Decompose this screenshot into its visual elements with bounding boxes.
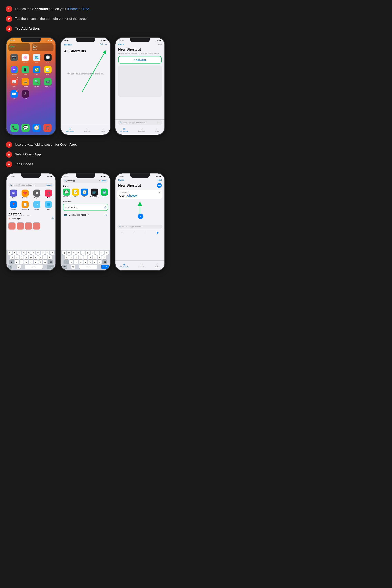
app-appletv[interactable]: 📺 Apple TV Re... — [90, 188, 99, 198]
cancel-search-5[interactable]: Cancel — [101, 180, 106, 182]
cancel-btn-6[interactable]: Cancel — [118, 179, 124, 181]
category-favourites[interactable]: ❤️ Favourites — [20, 190, 30, 198]
tab-gallery[interactable]: ⬡ Gallery — [101, 127, 105, 132]
key-n[interactable]: N — [38, 260, 42, 264]
key-k2[interactable]: k — [98, 256, 102, 259]
tab-gallery-3[interactable]: ⬡ Gallery — [155, 127, 160, 132]
key-t[interactable]: T — [27, 251, 30, 254]
category-location[interactable]: 📍 Location — [8, 201, 18, 210]
action-open-app-appletv[interactable]: 📺 Open App on Apple TV ⓘ — [63, 212, 108, 218]
tab-automation-3[interactable]: ⚙ Automation — [138, 127, 145, 132]
key-z[interactable]: Z — [15, 260, 19, 264]
suggestion-show-topic[interactable]: N Show Topic ⓘ — [8, 216, 54, 221]
key-k[interactable]: K — [43, 256, 47, 259]
key-i2[interactable]: i — [95, 251, 99, 254]
key-u[interactable]: U — [36, 251, 40, 254]
key-e[interactable]: E — [17, 251, 21, 254]
key-e2[interactable]: e — [72, 251, 76, 254]
key-s2[interactable]: s — [70, 256, 73, 259]
key-o2[interactable]: o — [100, 251, 104, 254]
cancel-btn-3[interactable]: Cancel — [118, 43, 124, 46]
key-i[interactable]: I — [41, 251, 45, 254]
key-space2[interactable]: space — [80, 265, 97, 269]
category-media[interactable]: 🎵 Media — [44, 190, 54, 198]
plus-circle-btn[interactable]: + — [138, 214, 143, 219]
key-m[interactable]: M — [43, 260, 47, 264]
key-n2[interactable]: n — [93, 260, 97, 264]
search-input-5[interactable] — [68, 180, 98, 182]
tab-automation-6[interactable]: ⚙ Automation — [138, 263, 145, 268]
key-r2[interactable]: r — [76, 251, 80, 254]
key-p[interactable]: P — [50, 251, 54, 254]
key-f2[interactable]: f — [79, 256, 83, 259]
next-btn-3[interactable]: Next — [158, 43, 162, 46]
key-shift2[interactable]: ⬆ — [64, 260, 68, 264]
key-u2[interactable]: u — [90, 251, 94, 254]
key-v2[interactable]: v — [84, 260, 88, 264]
key-search2[interactable]: search — [101, 265, 109, 269]
key-c[interactable]: C — [24, 260, 28, 264]
key-t2[interactable]: t — [81, 251, 85, 254]
key-b2[interactable]: b — [88, 260, 92, 264]
key-s[interactable]: S — [15, 256, 19, 259]
options-btn-6[interactable]: ••• — [157, 183, 162, 188]
key-j[interactable]: J — [38, 256, 42, 259]
category-sharing[interactable]: ↗ Sharing — [32, 201, 42, 210]
key-shift[interactable]: ⬆ — [9, 260, 14, 264]
key-y[interactable]: Y — [31, 251, 35, 254]
edit-button[interactable]: Edit — [100, 43, 104, 46]
key-b[interactable]: B — [34, 260, 38, 264]
add-action-button[interactable]: ● Add Action — [118, 56, 162, 64]
plus-button[interactable]: + — [105, 43, 107, 46]
key-123-2[interactable]: 123 — [62, 265, 67, 269]
close-x-icon[interactable]: ✕ — [158, 191, 160, 194]
key-m2[interactable]: m — [98, 260, 102, 264]
key-d2[interactable]: d — [74, 256, 78, 259]
key-p2[interactable]: p — [105, 251, 108, 254]
tab-automation[interactable]: ⚙ Automation — [84, 127, 91, 132]
key-delete[interactable]: ⌫ — [48, 260, 53, 264]
tab-my-shortcuts-6[interactable]: ⊞ My Shortcuts — [120, 263, 128, 268]
key-v[interactable]: V — [29, 260, 33, 264]
cancel-search-4[interactable]: Cancel — [46, 184, 52, 186]
app-maps-result[interactable]: 🗺️ Ma... — [101, 188, 108, 198]
key-w[interactable]: W — [12, 251, 16, 254]
key-a2[interactable]: a — [65, 256, 68, 259]
key-space[interactable]: space — [25, 265, 42, 269]
key-w2[interactable]: w — [67, 251, 71, 254]
key-o[interactable]: O — [46, 251, 50, 254]
key-c2[interactable]: c — [79, 260, 83, 264]
app-notes-result[interactable]: 📝 Notes — [72, 188, 79, 198]
key-j2[interactable]: j — [93, 256, 97, 259]
key-l2[interactable]: l — [102, 256, 106, 259]
app-whatsapp[interactable]: 💬 WhatsApp — [63, 188, 70, 198]
key-q2[interactable]: q — [62, 251, 66, 254]
key-z2[interactable]: z — [70, 260, 73, 264]
key-h2[interactable]: h — [88, 256, 92, 259]
key-g2[interactable]: g — [84, 256, 88, 259]
category-scripting[interactable]: ✖ Scripting — [32, 190, 42, 198]
key-delete2[interactable]: ⌫ — [102, 260, 108, 264]
key-f[interactable]: F — [24, 256, 28, 259]
action-open-app[interactable]: ⊞ Open App ⓘ — [63, 204, 108, 211]
key-search[interactable]: search — [47, 265, 54, 269]
key-123[interactable]: 123 — [8, 265, 12, 269]
next-btn-6[interactable]: Next — [158, 179, 162, 181]
search-bar-5[interactable]: 🔍 ✕ Cancel — [63, 178, 108, 183]
choose-label[interactable]: Choose — [127, 194, 136, 197]
key-h[interactable]: H — [34, 256, 38, 259]
key-x[interactable]: X — [20, 260, 24, 264]
search-bar-4[interactable]: 🔍 Cancel — [8, 183, 54, 187]
key-emoji2[interactable]: ☺ — [71, 265, 75, 269]
back-button[interactable]: Shortcuts — [64, 44, 72, 46]
tab-gallery-6[interactable]: ⬡ Gallery — [155, 263, 160, 268]
key-y2[interactable]: y — [86, 251, 90, 254]
tab-my-shortcuts-3[interactable]: ⊞ My Shortcuts — [120, 127, 128, 132]
key-q[interactable]: Q — [8, 251, 12, 254]
key-d[interactable]: D — [20, 256, 24, 259]
bottom-search-6[interactable]: 🔍 Search for apps and actions — [118, 224, 162, 228]
app-safari[interactable]: 🧭 Safari — [81, 188, 88, 198]
key-a[interactable]: A — [10, 256, 14, 259]
category-apps[interactable]: ⊞ Apps — [8, 190, 18, 198]
search-input-4[interactable] — [13, 184, 46, 186]
